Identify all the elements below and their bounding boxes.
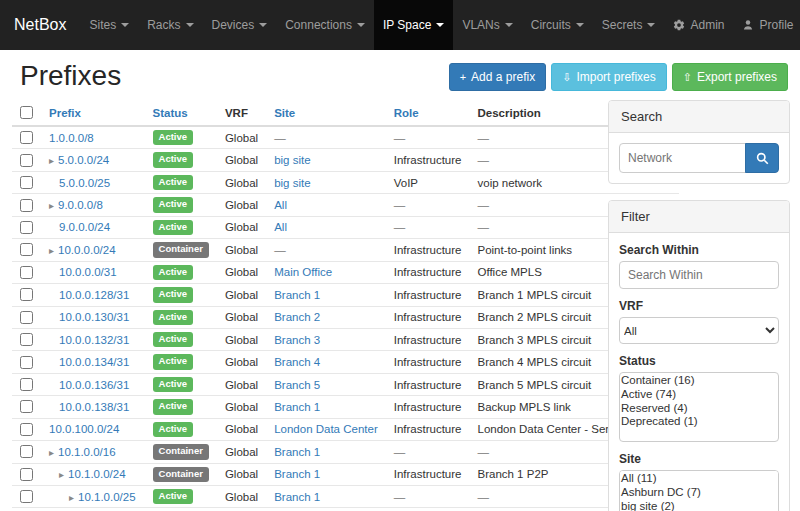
prefix-link[interactable]: 5.0.0.0/25 (59, 177, 110, 189)
site-link[interactable]: Branch 1 (274, 446, 320, 458)
prefix-link[interactable]: 10.0.0.138/31 (59, 401, 129, 413)
nav-item-profile[interactable]: Profile (733, 0, 800, 50)
filter-panel: Filter Search Within VRF All Status Cont… (608, 200, 790, 511)
site-link[interactable]: Branch 1 (274, 468, 320, 480)
table-row: ▸10.1.0.0/16ContainerGlobalBranch 1—— (12, 441, 679, 463)
column-header-site[interactable]: Site (274, 107, 295, 119)
prefix-link[interactable]: 10.0.0.0/31 (59, 266, 117, 278)
site-link[interactable]: Branch 1 (274, 401, 320, 413)
status-badge: Active (153, 130, 194, 145)
row-checkbox[interactable] (20, 356, 33, 369)
vrf-value: Global (217, 328, 266, 350)
status-filter-select[interactable]: Container (16)Active (74)Reserved (4)Dep… (619, 372, 779, 442)
role-value: — (386, 194, 470, 216)
site-link[interactable]: Branch 5 (274, 379, 320, 391)
prefix-link[interactable]: 10.1.0.0/24 (68, 468, 126, 480)
row-checkbox[interactable] (20, 445, 33, 458)
prefix-link[interactable]: 10.0.0.130/31 (59, 311, 129, 323)
search-within-input[interactable] (619, 261, 779, 289)
column-header-role[interactable]: Role (394, 107, 419, 119)
chevron-down-icon (576, 23, 584, 27)
add-prefix-button[interactable]: + Add a prefix (449, 63, 546, 91)
row-checkbox[interactable] (20, 266, 33, 279)
nav-item-secrets[interactable]: Secrets (593, 0, 665, 50)
nav-item-devices[interactable]: Devices (203, 0, 277, 50)
prefix-table: Prefix Status VRF Site Role Description … (12, 100, 679, 511)
row-checkbox[interactable] (20, 423, 33, 436)
prefix-link[interactable]: 10.0.0.134/31 (59, 356, 129, 368)
table-row: 10.0.0.134/31ActiveGlobalBranch 4Infrast… (12, 351, 679, 373)
column-header-prefix[interactable]: Prefix (49, 107, 81, 119)
site-link[interactable]: All (274, 221, 287, 233)
row-checkbox[interactable] (20, 221, 33, 234)
vrf-value: Global (217, 194, 266, 216)
site-link[interactable]: Branch 1 (274, 491, 320, 503)
site-cell: Branch 3 (266, 328, 386, 350)
vrf-value: Global (217, 261, 266, 283)
row-checkbox[interactable] (20, 378, 33, 391)
vrf-filter-select[interactable]: All (619, 317, 779, 344)
row-checkbox[interactable] (20, 243, 33, 256)
import-prefixes-button[interactable]: ⇩ Import prefixes (551, 63, 667, 91)
row-checkbox[interactable] (20, 131, 33, 144)
prefix-link[interactable]: 10.0.100.0/24 (49, 423, 119, 435)
nav-item-vlans[interactable]: VLANs (453, 0, 521, 50)
row-checkbox[interactable] (20, 468, 33, 481)
site-link[interactable]: Branch 4 (274, 356, 320, 368)
site-link[interactable]: London Data Center (274, 423, 378, 435)
nav-item-circuits[interactable]: Circuits (522, 0, 593, 50)
site-link[interactable]: big site (274, 154, 310, 166)
site-filter-select[interactable]: All (11)Ashburn DC (7)big site (2)Branch… (619, 470, 779, 511)
prefix-link[interactable]: 10.0.0.136/31 (59, 379, 129, 391)
nav-item-connections[interactable]: Connections (276, 0, 374, 50)
nav-item-racks[interactable]: Racks (138, 0, 202, 50)
status-badge: Active (153, 399, 194, 414)
vrf-value: Global (217, 149, 266, 171)
vrf-value: Global (217, 126, 266, 149)
nav-item-ip-space[interactable]: IP Space (374, 0, 453, 50)
site-link[interactable]: big site (274, 177, 310, 189)
brand-link[interactable]: NetBox (0, 0, 80, 50)
plus-icon: + (460, 72, 466, 83)
prefix-link[interactable]: 9.0.0.0/24 (59, 221, 110, 233)
prefix-link[interactable]: 5.0.0.0/24 (58, 154, 109, 166)
prefix-link[interactable]: 9.0.0.0/8 (58, 199, 103, 211)
site-link[interactable]: Branch 2 (274, 311, 320, 323)
table-row: ▸9.0.0.0/8ActiveGlobalAll—— (12, 194, 679, 216)
prefix-link[interactable]: 10.0.0.0/24 (58, 244, 116, 256)
status-badge: Container (153, 467, 209, 482)
nav-item-label: Secrets (602, 18, 643, 32)
row-checkbox[interactable] (20, 311, 33, 324)
filter-panel-title: Filter (609, 201, 789, 233)
prefix-table-wrap: Prefix Status VRF Site Role Description … (12, 100, 594, 511)
status-badge: Active (153, 265, 194, 280)
row-checkbox[interactable] (20, 400, 33, 413)
site-cell: Branch 1 (266, 396, 386, 418)
prefix-table-body: 1.0.0.0/8ActiveGlobal———▸5.0.0.0/24Activ… (12, 126, 679, 511)
select-all-checkbox[interactable] (20, 106, 33, 119)
row-checkbox[interactable] (20, 176, 33, 189)
row-checkbox[interactable] (20, 490, 33, 503)
prefix-link[interactable]: 10.0.0.128/31 (59, 289, 129, 301)
export-prefixes-button[interactable]: ⇧ Export prefixes (672, 63, 788, 91)
prefix-link[interactable]: 10.1.0.0/25 (78, 491, 136, 503)
row-checkbox[interactable] (20, 288, 33, 301)
search-button[interactable] (745, 143, 779, 173)
row-checkbox[interactable] (20, 154, 33, 167)
row-checkbox[interactable] (20, 333, 33, 346)
prefix-link[interactable]: 1.0.0.0/8 (49, 132, 94, 144)
nav-item-admin[interactable]: Admin (664, 0, 733, 50)
table-row: ▸10.0.0.0/24ContainerGlobal—Infrastructu… (12, 239, 679, 261)
site-link[interactable]: Branch 3 (274, 334, 320, 346)
site-link[interactable]: Branch 1 (274, 289, 320, 301)
row-checkbox[interactable] (20, 199, 33, 212)
status-badge: Active (153, 310, 194, 325)
prefix-link[interactable]: 10.1.0.0/16 (58, 446, 116, 458)
site-link[interactable]: All (274, 199, 287, 211)
prefix-link[interactable]: 10.0.0.132/31 (59, 334, 129, 346)
column-header-status[interactable]: Status (153, 107, 188, 119)
nav-item-sites[interactable]: Sites (80, 0, 138, 50)
search-input[interactable] (619, 143, 746, 173)
site-link[interactable]: Main Office (274, 266, 332, 278)
status-badge: Active (153, 489, 194, 504)
